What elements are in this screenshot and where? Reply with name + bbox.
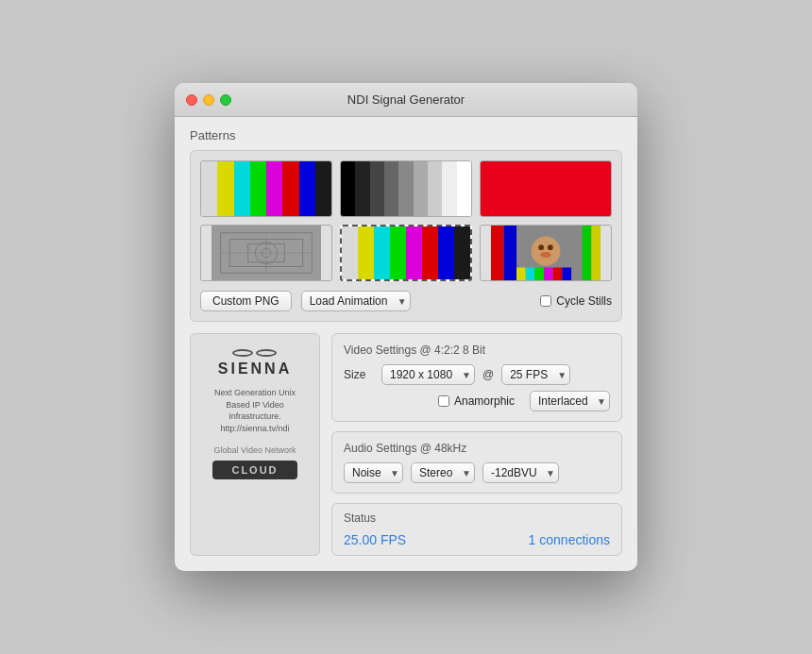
noise-select-wrap: Noise ▼ — [344, 462, 403, 483]
logo-wordmark: SIENNA — [218, 361, 292, 377]
pattern-red[interactable] — [480, 160, 612, 217]
svg-rect-18 — [526, 267, 535, 280]
audio-settings: Audio Settings @ 48kHz Noise ▼ Stereo — [331, 431, 622, 494]
stereo-select-wrap: Stereo ▼ — [411, 462, 475, 483]
audio-settings-title: Audio Settings @ 48kHz — [344, 442, 610, 455]
status-section: Status 25.00 FPS 1 connections — [331, 503, 622, 556]
svg-rect-19 — [534, 267, 544, 280]
pattern-testcard1[interactable] — [200, 225, 332, 281]
traffic-lights — [186, 94, 231, 106]
interlaced-select[interactable]: Interlaced — [530, 391, 610, 411]
main-area: SIENNA Next Generation UnixBased IP Vide… — [190, 333, 622, 556]
logo-ellipse-1 — [232, 349, 253, 357]
fps-display: 25.00 FPS — [344, 532, 406, 547]
svg-rect-12 — [591, 226, 601, 280]
anamorphic-label[interactable]: Anamorphic — [438, 394, 515, 408]
svg-point-15 — [548, 244, 553, 250]
pattern-colorbars-selected[interactable] — [340, 225, 472, 281]
status-label: Status — [344, 511, 610, 525]
pattern-greyscale[interactable] — [340, 160, 472, 217]
load-animation-select-wrap: Load Animation ▼ — [301, 291, 411, 311]
load-animation-select[interactable]: Load Animation — [301, 291, 411, 311]
svg-rect-17 — [516, 267, 526, 280]
fps-select-wrap: 25 FPS ▼ — [501, 364, 570, 385]
stereo-select[interactable]: Stereo — [411, 462, 475, 483]
video-settings-title: Video Settings @ 4:2:2 8 Bit — [344, 344, 610, 357]
svg-point-13 — [532, 237, 561, 266]
window-title: NDI Signal Generator — [347, 92, 465, 107]
cycle-stills-label[interactable]: Cycle Stills — [540, 294, 612, 308]
status-row: 25.00 FPS 1 connections — [344, 532, 610, 547]
size-row: Size 1920 x 1080 ▼ @ 25 FPS — [344, 364, 610, 385]
size-select-wrap: 1920 x 1080 ▼ — [381, 364, 475, 385]
pattern-controls: Custom PNG Load Animation ▼ Cycle Stills — [200, 291, 612, 311]
size-label: Size — [344, 368, 374, 381]
connections-display: 1 connections — [529, 532, 610, 547]
pattern-colorbars[interactable] — [200, 160, 332, 217]
close-button[interactable] — [186, 94, 197, 106]
level-select-wrap: -12dBVU ▼ — [482, 462, 559, 483]
custom-png-button[interactable]: Custom PNG — [200, 291, 292, 311]
at-sign: @ — [482, 368, 494, 381]
minimize-button[interactable] — [203, 94, 214, 106]
noise-select[interactable]: Noise — [344, 462, 403, 483]
maximize-button[interactable] — [220, 94, 231, 106]
network-label: Global Video Network — [214, 445, 296, 455]
svg-rect-11 — [583, 226, 592, 280]
logo-ellipse-2 — [256, 349, 277, 357]
cycle-stills-checkbox[interactable] — [540, 295, 551, 307]
svg-rect-21 — [553, 267, 563, 280]
settings-panel: Video Settings @ 4:2:2 8 Bit Size 1920 x… — [331, 333, 622, 556]
fps-select[interactable]: 25 FPS — [501, 364, 570, 385]
video-settings: Video Settings @ 4:2:2 8 Bit Size 1920 x… — [331, 333, 622, 422]
svg-rect-9 — [491, 226, 504, 280]
svg-point-16 — [540, 252, 551, 258]
sienna-logo: SIENNA — [218, 349, 292, 377]
logo-tagline: Next Generation UnixBased IP VideoInfras… — [214, 387, 296, 434]
svg-rect-22 — [562, 267, 571, 280]
patterns-box: Custom PNG Load Animation ▼ Cycle Stills — [190, 150, 622, 322]
app-window: NDI Signal Generator Patterns — [175, 83, 637, 571]
anamorphic-checkbox[interactable] — [438, 395, 449, 407]
main-content: Patterns — [175, 117, 637, 571]
size-select[interactable]: 1920 x 1080 — [381, 364, 475, 385]
level-select[interactable]: -12dBVU — [482, 462, 559, 483]
cloud-button[interactable]: CLOUD — [212, 461, 296, 479]
svg-rect-20 — [544, 267, 553, 280]
svg-point-14 — [538, 244, 544, 250]
svg-rect-10 — [504, 226, 517, 280]
patterns-label: Patterns — [190, 128, 622, 143]
logo-panel: SIENNA Next Generation UnixBased IP Vide… — [190, 333, 320, 556]
logo-ellipses — [232, 349, 277, 357]
pattern-grid — [200, 160, 612, 281]
audio-row: Noise ▼ Stereo ▼ -12dBVU — [344, 462, 610, 483]
interlaced-select-wrap: Interlaced ▼ — [530, 391, 610, 411]
pattern-broadcast[interactable] — [480, 225, 612, 281]
titlebar: NDI Signal Generator — [175, 83, 637, 117]
anamorphic-row: Anamorphic Interlaced ▼ — [344, 391, 610, 411]
